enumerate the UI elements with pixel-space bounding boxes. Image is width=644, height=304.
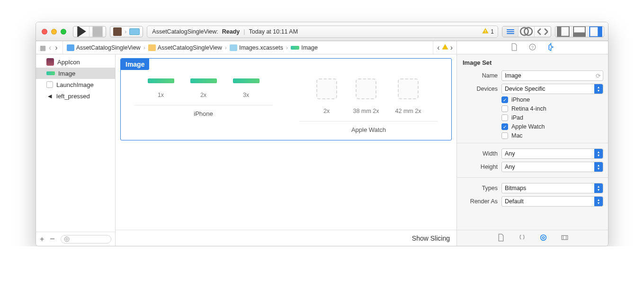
- version-editor-button[interactable]: [535, 26, 551, 37]
- check-iphone[interactable]: ✓ iPhone: [501, 96, 603, 103]
- check-retina4[interactable]: Retina 4-inch: [501, 105, 603, 112]
- image-slot-42mm-2x[interactable]: 42 mm 2x: [395, 78, 421, 114]
- svg-rect-1: [92, 26, 102, 36]
- related-items-nav: ▦ ‹ ›: [36, 41, 63, 54]
- asset-item-label: Image: [58, 70, 75, 77]
- chevron-right-icon: ›: [143, 44, 146, 51]
- name-input[interactable]: Image ⟳: [501, 70, 603, 81]
- check-mac[interactable]: Mac: [501, 132, 603, 139]
- crumb-group[interactable]: AssetCatalogSingleView: [158, 44, 222, 51]
- object-library-tab[interactable]: [539, 234, 547, 243]
- height-label: Height: [462, 164, 498, 170]
- svg-point-19: [542, 236, 544, 238]
- related-items-icon[interactable]: ▦: [40, 44, 46, 52]
- standard-editor-button[interactable]: [502, 26, 519, 37]
- check-ipad[interactable]: iPad: [501, 114, 603, 121]
- svg-rect-12: [598, 26, 602, 36]
- version-editor-icon: [535, 26, 551, 37]
- breadcrumb: AssetCatalogSingleView › AssetCatalogSin…: [63, 44, 433, 51]
- inspector-panel: Image Set Name Image ⟳ Devices Device: [456, 54, 608, 246]
- image-slot-38mm-2x[interactable]: 38 mm 2x: [353, 78, 379, 114]
- svg-rect-8: [557, 26, 561, 36]
- zoom-window-button[interactable]: [61, 29, 66, 35]
- checkbox-icon: ✓: [501, 96, 508, 103]
- chevron-right-icon: ›: [285, 44, 289, 51]
- devices-label: Devices: [462, 86, 498, 92]
- render-popup[interactable]: Default ▲▼: [501, 196, 603, 207]
- run-button[interactable]: [73, 26, 89, 37]
- inspector-tab-bar: ?: [456, 41, 608, 54]
- height-value: Any: [505, 164, 515, 170]
- clear-field-icon[interactable]: ⟳: [596, 72, 601, 79]
- width-popup[interactable]: Any ▲▼: [501, 148, 603, 159]
- asset-item-appicon[interactable]: AppIcon: [36, 56, 115, 68]
- asset-list[interactable]: AppIcon Image LaunchImage ◀ left_pressed: [36, 54, 115, 232]
- nav-back-button[interactable]: ‹: [48, 43, 52, 52]
- image-set-title: Image: [121, 59, 149, 70]
- asset-filter-field[interactable]: [61, 235, 111, 243]
- issue-indicator[interactable]: 1: [482, 27, 494, 35]
- toggle-inspector-button[interactable]: [588, 26, 604, 37]
- xcode-window: › AssetCatalogSingleView: Ready | Today …: [36, 22, 608, 246]
- asset-item-leftpressed[interactable]: ◀ left_pressed: [36, 90, 115, 102]
- types-value: Bitmaps: [505, 185, 526, 191]
- code-snippet-library-tab[interactable]: [518, 234, 526, 243]
- asset-item-image[interactable]: Image: [36, 68, 115, 79]
- stop-button[interactable]: [89, 26, 106, 37]
- devices-popup[interactable]: Device Specific ▲▼: [501, 84, 603, 94]
- project-icon: [67, 44, 74, 51]
- chevron-right-icon: ›: [224, 44, 228, 51]
- assistant-editor-button[interactable]: [519, 26, 535, 37]
- nav-forward-button[interactable]: ›: [54, 43, 58, 52]
- left-panel-icon: [555, 26, 571, 37]
- run-stop-segment: [73, 26, 106, 37]
- check-label: iPhone: [511, 96, 530, 103]
- file-inspector-tab[interactable]: [510, 43, 518, 52]
- check-label: Apple Watch: [511, 123, 545, 130]
- image-slot-1x[interactable]: 1x: [148, 78, 174, 98]
- image-slot-watch-2x[interactable]: 2x: [316, 78, 337, 114]
- inspector-section-title: Image Set: [462, 57, 603, 69]
- quick-help-tab[interactable]: ?: [528, 43, 537, 52]
- add-asset-button[interactable]: +: [40, 235, 44, 243]
- crumb-project[interactable]: AssetCatalogSingleView: [76, 44, 141, 51]
- asset-item-launchimage[interactable]: LaunchImage: [36, 79, 115, 90]
- image-slot-3x[interactable]: 3x: [233, 78, 259, 98]
- chevron-right-icon: ›: [125, 28, 126, 35]
- attributes-inspector-tab[interactable]: [547, 43, 555, 52]
- show-slicing-button[interactable]: Show Slicing: [412, 235, 450, 242]
- media-library-tab[interactable]: [561, 234, 569, 243]
- slot-label: 3x: [243, 92, 249, 98]
- minimize-window-button[interactable]: [51, 29, 57, 35]
- asset-canvas[interactable]: Image 1x 2x: [116, 54, 456, 230]
- close-window-button[interactable]: [42, 29, 47, 35]
- warning-icon[interactable]: [442, 43, 448, 52]
- svg-rect-20: [562, 235, 568, 240]
- editor-mode-segment: [502, 26, 551, 37]
- toggle-debug-area-button[interactable]: [572, 26, 588, 37]
- crumb-catalog[interactable]: Images.xcassets: [239, 44, 283, 51]
- toggle-navigator-button[interactable]: [555, 26, 572, 37]
- popup-arrows-icon: ▲▼: [594, 197, 603, 206]
- empty-image-well: [316, 78, 337, 99]
- folder-icon: [148, 44, 156, 51]
- device-checklist: ✓ iPhone Retina 4-inch iPad ✓ Apple Watc…: [462, 96, 603, 139]
- titlebar: › AssetCatalogSingleView: Ready | Today …: [36, 22, 608, 41]
- scheme-selector[interactable]: ›: [110, 26, 143, 37]
- remove-asset-button[interactable]: −: [50, 234, 55, 244]
- height-popup[interactable]: Any ▲▼: [501, 162, 603, 172]
- svg-text:?: ?: [531, 44, 534, 49]
- slot-label: 2x: [323, 108, 330, 114]
- crumb-asset[interactable]: Image: [301, 44, 318, 51]
- next-issue-button[interactable]: ›: [450, 43, 453, 52]
- check-applewatch[interactable]: ✓ Apple Watch: [501, 123, 603, 130]
- imageset-icon: [46, 71, 55, 75]
- prev-issue-button[interactable]: ‹: [437, 43, 439, 52]
- types-popup[interactable]: Bitmaps ▲▼: [501, 183, 603, 193]
- inspector-body: Image Set Name Image ⟳ Devices Device: [457, 54, 608, 230]
- assistant-editor-icon: [519, 26, 534, 37]
- launchimage-icon: [46, 81, 53, 88]
- image-slot-2x[interactable]: 2x: [190, 78, 217, 98]
- file-template-library-tab[interactable]: [497, 234, 505, 243]
- status-time: Today at 10:11 AM: [249, 28, 298, 35]
